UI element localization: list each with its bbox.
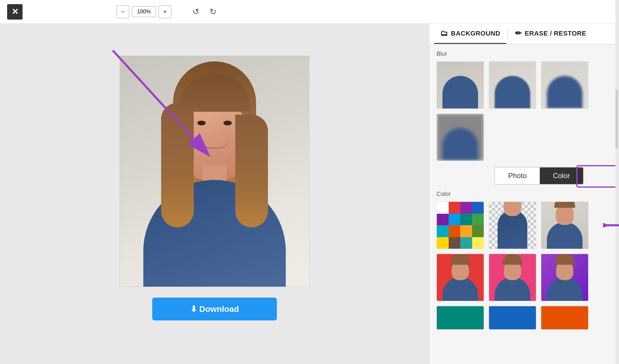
image-canvas [120,56,310,287]
tab-bar: 🗂 BACKGROUND ✏ ERASE / RESTORE [429,24,619,44]
blur-thumbnails-row-1 [437,61,612,109]
blur-thumb-3[interactable] [541,61,588,109]
blur-thumb-1[interactable] [437,61,484,109]
erase-tab-icon: ✏ [515,29,522,38]
scrollbar-thumb[interactable] [615,90,618,149]
teal-bg-thumb[interactable] [437,306,484,330]
tab-divider [507,29,508,38]
sidebar-content: Blur [429,44,619,364]
color-section-label: Color [437,191,612,197]
toolbar: ✕ − 100% + ↺ ↻ [0,0,619,24]
zoom-in-button[interactable]: + [158,5,172,18]
download-button[interactable]: ⬇ Download [152,298,277,320]
color-thumbnails-row-1 [437,202,612,249]
color-thumbnails-row-2 [437,254,612,301]
blur-section-label: Blur [437,50,612,57]
blue-bg-thumb[interactable] [489,306,536,330]
undo-button[interactable]: ↺ [188,4,203,19]
palette-grid [437,202,484,249]
blur-thumb-4[interactable] [437,114,484,161]
blur-thumb-2[interactable] [489,61,536,109]
color-thumbnails-row-3 [437,306,612,330]
toggle-color-button[interactable]: Color [540,167,583,184]
zoom-out-button[interactable]: − [116,5,129,18]
orange-bg-thumb[interactable] [541,306,588,330]
toggle-photo-button[interactable]: Photo [495,167,540,184]
background-tab-icon: 🗂 [440,29,448,38]
pink-bg-thumb[interactable] [489,254,536,301]
tab-erase-restore[interactable]: ✏ ERASE / RESTORE [509,24,592,44]
mini-person-transparent [489,202,536,249]
history-controls: ↺ ↻ [188,4,220,19]
scrollbar-track[interactable] [615,24,619,364]
purple-bg-thumb[interactable] [541,254,588,301]
color-palette-thumb[interactable] [437,202,484,249]
erase-tab-label: ERASE / RESTORE [525,30,586,37]
background-tab-label: BACKGROUND [451,30,500,37]
tab-background[interactable]: 🗂 BACKGROUND [434,24,506,44]
canvas-area: ⬇ Download [0,24,429,364]
photo-color-toggle-row: Photo Color [466,167,612,185]
photo-color-toggle: Photo Color [494,167,583,185]
redo-button[interactable]: ↻ [205,4,220,19]
no-bg-thumb[interactable] [541,202,588,249]
transparent-thumb[interactable] [489,202,536,249]
close-button[interactable]: ✕ [7,4,23,20]
zoom-controls: − 100% + [116,5,172,18]
red-bg-thumb[interactable] [437,254,484,301]
subject-photo [120,56,309,287]
sidebar: 🗂 BACKGROUND ✏ ERASE / RESTORE Blur [429,24,619,364]
main-area: ⬇ Download 🗂 BACKGROUND ✏ ERASE / RESTOR… [0,24,619,364]
zoom-level-display: 100% [132,6,156,17]
blur-thumbnails-row-2 [437,114,612,161]
